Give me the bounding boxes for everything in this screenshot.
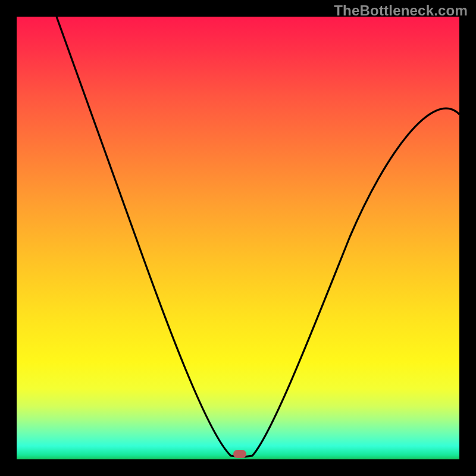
optimum-marker (233, 450, 246, 458)
bottleneck-curve (17, 17, 459, 459)
chart-frame: TheBottleneck.com (0, 0, 476, 476)
watermark-text: TheBottleneck.com (334, 2, 468, 19)
curve-path (57, 17, 459, 457)
